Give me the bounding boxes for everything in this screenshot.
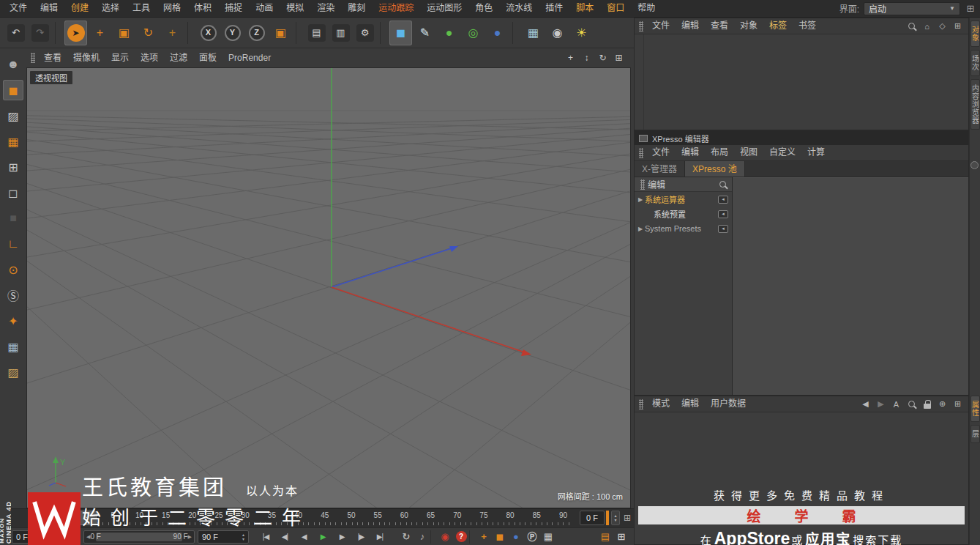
lock-y-axis-button[interactable]: Y — [221, 21, 244, 45]
interface-dropdown[interactable]: 启动 ▼ — [864, 2, 960, 15]
previous-key-button[interactable]: ◀| — [275, 530, 294, 544]
go-to-end-button[interactable]: ▶| — [370, 530, 389, 544]
menu-animate[interactable]: 动画 — [249, 0, 280, 17]
drag-grip[interactable] — [639, 21, 643, 31]
coordinates-manager-icon[interactable]: ▤ — [597, 530, 613, 544]
lock-x-axis-button[interactable]: X — [197, 21, 220, 45]
toolbar-button[interactable] — [380, 22, 386, 44]
end-frame-field[interactable]: 90 F ▴ ▾ — [198, 530, 249, 544]
pool-item-system-operators[interactable]: ▶ 系统运算器 ◂ — [635, 192, 732, 207]
menu-character[interactable]: 角色 — [468, 0, 499, 17]
polygons-mode-button[interactable]: ■ — [3, 208, 23, 229]
dock-tab-layers[interactable]: 层 — [970, 425, 980, 443]
timeline-toggle[interactable] — [430, 530, 437, 544]
snap-button[interactable]: Ⓢ — [3, 285, 23, 305]
keyframe-pla-toggle[interactable]: ▦ — [540, 530, 556, 544]
field-stepper[interactable]: ▴ ▾ — [242, 533, 244, 541]
model-mode-button[interactable]: ◼ — [3, 80, 23, 100]
render-view-button[interactable]: ▤ — [305, 21, 328, 45]
array-button[interactable]: ◎ — [462, 21, 485, 45]
texture-axis-button[interactable]: ▨ — [3, 362, 23, 382]
dock-tab-takes[interactable]: 场次 — [970, 50, 980, 76]
toolbar-button[interactable] — [55, 22, 61, 44]
undo-button[interactable]: ↶ — [4, 21, 27, 45]
pan-view-icon[interactable]: + — [564, 52, 577, 64]
menu-snap[interactable]: 捕捉 — [218, 0, 249, 17]
autokey-button[interactable]: ? — [453, 530, 469, 544]
om-menu-bookmarks[interactable]: 书签 — [793, 18, 822, 34]
sync-icon[interactable]: ⊕ — [937, 398, 948, 409]
vp-menu-filter[interactable]: 过滤 — [164, 50, 193, 67]
coordinate-system-button[interactable]: ▣ — [269, 21, 292, 45]
view-label[interactable]: 透视视图 — [30, 71, 72, 84]
camera-button[interactable]: ◉ — [546, 21, 569, 45]
go-to-start-button[interactable]: |◀ — [256, 530, 275, 544]
xp-menu-file[interactable]: 文件 — [646, 144, 676, 161]
stepper-down-icon[interactable]: ▾ — [614, 518, 616, 522]
previous-frame-button[interactable]: ◀ — [294, 530, 313, 544]
metaball-button[interactable]: ● — [486, 21, 509, 45]
range-right-icon[interactable]: ▶ — [188, 534, 192, 540]
menu-file[interactable]: 文件 — [3, 0, 34, 17]
render-picture-viewer-button[interactable]: ▥ — [329, 21, 352, 45]
xp-menu-view[interactable]: 视图 — [734, 144, 763, 161]
vp-menu-view[interactable]: 查看 — [38, 50, 67, 67]
keyframe-position-toggle[interactable]: + — [476, 530, 492, 544]
am-menu-edit[interactable]: 编辑 — [676, 396, 705, 412]
frame-range-slider[interactable]: ◀ 0 F 90 F ▶ — [83, 530, 195, 544]
record-button[interactable]: ◉ — [437, 530, 453, 544]
pool-item-system-presets-cn[interactable]: 系统预置 ◂ — [635, 207, 732, 221]
light-button[interactable]: ☀ — [570, 21, 593, 45]
object-list[interactable] — [635, 34, 968, 130]
viewport-canvas[interactable]: Y 透视视图 网格间距 : 100 cm — [26, 67, 631, 508]
toggle-view-icon[interactable]: ⊞ — [613, 52, 625, 64]
workplane-mode-button[interactable]: ▦ — [3, 131, 23, 152]
vp-menu-display[interactable]: 显示 — [105, 50, 135, 67]
om-menu-objects[interactable]: 对象 — [734, 18, 763, 34]
menu-script[interactable]: 脚本 — [569, 0, 600, 17]
floor-button[interactable]: ▦ — [522, 21, 545, 45]
stepper-down-icon[interactable]: ▾ — [242, 537, 244, 541]
filter-icon[interactable]: ◇ — [937, 21, 948, 31]
frame-stepper[interactable]: ▴ ▾ — [611, 511, 620, 525]
menu-motion-tracker[interactable]: 运动跟踪 — [372, 0, 420, 17]
render-settings-button[interactable]: ⚙ — [354, 21, 376, 45]
tab-xpresso-pool[interactable]: XPresso 池 — [685, 161, 745, 177]
layout-icon[interactable]: ⊞ — [952, 398, 963, 409]
menu-render[interactable]: 渲染 — [310, 0, 341, 17]
next-key-button[interactable]: |▶ — [351, 530, 370, 544]
menu-volume[interactable]: 体积 — [187, 0, 218, 17]
am-menu-mode[interactable]: 模式 — [646, 396, 676, 412]
text-icon[interactable]: A — [891, 398, 902, 409]
xp-menu-edit[interactable]: 编辑 — [676, 144, 705, 161]
convert-editable-button[interactable]: ☻ — [3, 54, 23, 75]
om-menu-view[interactable]: 查看 — [705, 18, 734, 34]
menu-mograph[interactable]: 运动图形 — [420, 0, 468, 17]
add-cube-button[interactable]: ◼ — [389, 21, 412, 45]
lock-workplane-button[interactable]: ▦ — [3, 336, 23, 357]
toolbar-button[interactable] — [296, 22, 302, 44]
history-forward-icon[interactable]: ▶ — [875, 398, 886, 409]
xp-menu-custom[interactable]: 自定义 — [763, 144, 801, 161]
last-tool-button[interactable]: + — [161, 21, 184, 45]
lock-z-axis-button[interactable]: Z — [245, 21, 268, 45]
texture-mode-button[interactable]: ▨ — [3, 105, 23, 126]
expand-arrow-icon[interactable]: ▶ — [638, 196, 645, 203]
loop-icon[interactable]: ↻ — [398, 530, 414, 544]
keyframe-parameter-toggle[interactable]: Ⓟ — [524, 530, 540, 544]
quantize-button[interactable]: ⊙ — [3, 259, 23, 280]
history-back-icon[interactable]: ◀ — [860, 398, 871, 409]
expand-arrow-icon[interactable]: ▶ — [638, 226, 645, 232]
am-menu-user-data[interactable]: 用户数据 — [705, 396, 752, 412]
menu-simulate[interactable]: 模拟 — [280, 0, 310, 17]
drag-grip[interactable] — [31, 53, 35, 63]
lock-icon[interactable] — [921, 398, 932, 409]
om-menu-edit[interactable]: 编辑 — [676, 18, 705, 34]
toolbar-button[interactable] — [187, 22, 193, 44]
xp-menu-layout[interactable]: 布局 — [705, 144, 734, 161]
next-frame-button[interactable]: ▶ — [332, 530, 351, 544]
search-icon[interactable] — [719, 180, 727, 189]
keyframe-scale-toggle[interactable]: ◼ — [492, 530, 508, 544]
menu-mesh[interactable]: 网格 — [157, 0, 187, 17]
redo-button[interactable]: ↷ — [29, 21, 51, 45]
